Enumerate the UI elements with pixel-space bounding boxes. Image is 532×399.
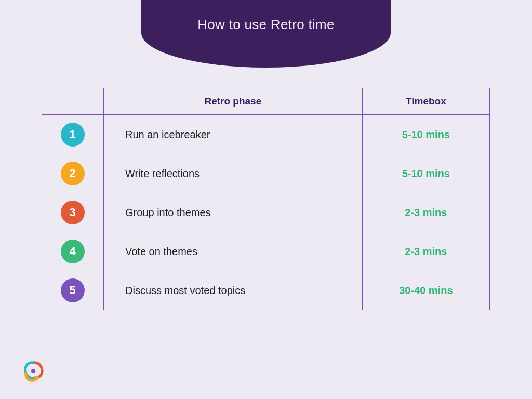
svg-point-0 <box>31 369 35 373</box>
step-number-circle: 1 <box>61 123 85 147</box>
row-timebox-cell: 5-10 mins <box>362 115 490 154</box>
row-timebox-cell: 2-3 mins <box>362 232 490 271</box>
table-row: 3Group into themes2-3 mins <box>42 193 490 232</box>
app-logo <box>20 357 47 384</box>
step-number-circle: 2 <box>61 162 85 185</box>
row-number-cell: 3 <box>42 193 104 232</box>
step-number-circle: 4 <box>61 240 85 263</box>
row-phase-cell: Group into themes <box>104 193 362 232</box>
page-title: How to use Retro time <box>197 17 335 33</box>
row-timebox-cell: 30-40 mins <box>362 271 490 310</box>
table-row: 1Run an icebreaker5-10 mins <box>42 115 490 154</box>
step-number-circle: 3 <box>61 201 85 224</box>
table-row: 4Vote on themes2-3 mins <box>42 232 490 271</box>
header-blob <box>141 0 391 68</box>
col-header-phase: Retro phase <box>104 88 362 115</box>
table-row: 5Discuss most voted topics30-40 mins <box>42 271 490 310</box>
row-number-cell: 4 <box>42 232 104 271</box>
step-number-circle: 5 <box>61 278 85 302</box>
row-phase-cell: Run an icebreaker <box>104 115 362 154</box>
col-header-number <box>42 88 104 115</box>
row-number-cell: 2 <box>42 154 104 193</box>
col-header-timebox: Timebox <box>362 88 490 115</box>
table-row: 2Write reflections5-10 mins <box>42 154 490 193</box>
retro-table: Retro phase Timebox 1Run an icebreaker5-… <box>42 88 490 310</box>
row-timebox-cell: 2-3 mins <box>362 193 490 232</box>
retro-table-container: Retro phase Timebox 1Run an icebreaker5-… <box>42 88 490 310</box>
row-timebox-cell: 5-10 mins <box>362 154 490 193</box>
row-phase-cell: Write reflections <box>104 154 362 193</box>
row-number-cell: 5 <box>42 271 104 310</box>
row-number-cell: 1 <box>42 115 104 154</box>
row-phase-cell: Discuss most voted topics <box>104 271 362 310</box>
row-phase-cell: Vote on themes <box>104 232 362 271</box>
